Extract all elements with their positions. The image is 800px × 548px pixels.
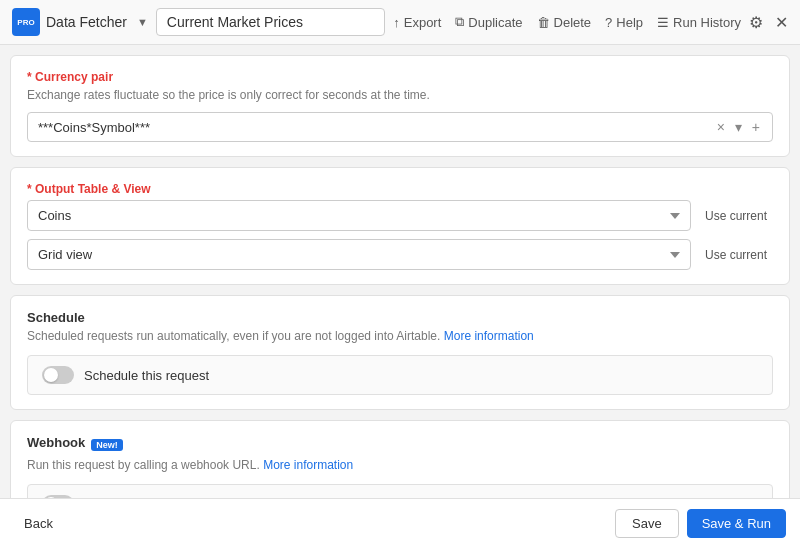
add-currency-icon[interactable]: + <box>750 119 762 135</box>
output-section: Output Table & View Coins Use current Gr… <box>10 167 790 285</box>
duplicate-label: Duplicate <box>468 15 522 30</box>
webhook-toggle-row: Turn on webhook for request <box>27 484 773 498</box>
currency-pair-section: Currency pair Exchange rates fluctuate s… <box>10 55 790 157</box>
schedule-desc: Scheduled requests run automatically, ev… <box>27 329 773 343</box>
webhook-more-info-link[interactable]: More information <box>263 458 353 472</box>
save-button[interactable]: Save <box>615 509 679 538</box>
schedule-section: Schedule Scheduled requests run automati… <box>10 295 790 410</box>
schedule-more-info-link[interactable]: More information <box>444 329 534 343</box>
help-label: Help <box>616 15 643 30</box>
webhook-title: Webhook <box>27 435 85 450</box>
webhook-toggle[interactable] <box>42 495 74 498</box>
back-button[interactable]: Back <box>14 510 63 537</box>
export-label: Export <box>404 15 442 30</box>
export-action[interactable]: ↑ Export <box>393 15 441 30</box>
use-current-table-button[interactable]: Use current <box>699 205 773 227</box>
run-history-label: Run History <box>673 15 741 30</box>
footer-left: Back <box>14 510 63 537</box>
recipe-title-input[interactable] <box>156 8 385 36</box>
app-branding: PRO Data Fetcher ▼ <box>12 8 148 36</box>
top-bar-actions: ↑ Export ⧉ Duplicate 🗑 Delete ? Help ☰ R… <box>393 14 741 30</box>
webhook-new-badge: New! <box>91 439 123 451</box>
duplicate-icon: ⧉ <box>455 14 464 30</box>
app-logo: PRO <box>12 8 40 36</box>
currency-section-label: Currency pair <box>27 70 773 84</box>
schedule-title: Schedule <box>27 310 773 325</box>
run-history-action[interactable]: ☰ Run History <box>657 15 741 30</box>
run-history-icon: ☰ <box>657 15 669 30</box>
table-output-row: Coins Use current <box>27 200 773 231</box>
webhook-title-row: Webhook New! <box>27 435 773 454</box>
schedule-toggle-row: Schedule this request <box>27 355 773 395</box>
app-title: Data Fetcher <box>46 14 127 30</box>
clear-currency-icon[interactable]: × <box>715 119 727 135</box>
help-action[interactable]: ? Help <box>605 15 643 30</box>
app-caret-icon[interactable]: ▼ <box>137 16 148 28</box>
view-select[interactable]: Grid view <box>27 239 691 270</box>
export-icon: ↑ <box>393 15 400 30</box>
help-icon: ? <box>605 15 612 30</box>
save-and-run-button[interactable]: Save & Run <box>687 509 786 538</box>
delete-icon: 🗑 <box>537 15 550 30</box>
webhook-desc: Run this request by calling a webhook UR… <box>27 458 773 472</box>
dropdown-currency-icon[interactable]: ▾ <box>733 119 744 135</box>
top-bar: PRO Data Fetcher ▼ ↑ Export ⧉ Duplicate … <box>0 0 800 45</box>
webhook-section: Webhook New! Run this request by calling… <box>10 420 790 498</box>
footer: Back Save Save & Run <box>0 498 800 548</box>
use-current-view-button[interactable]: Use current <box>699 244 773 266</box>
main-content: Currency pair Exchange rates fluctuate s… <box>0 45 800 498</box>
footer-right: Save Save & Run <box>615 509 786 538</box>
duplicate-action[interactable]: ⧉ Duplicate <box>455 14 522 30</box>
currency-section-hint: Exchange rates fluctuate so the price is… <box>27 88 773 102</box>
pro-label: PRO <box>17 18 34 27</box>
schedule-desc-text: Scheduled requests run automatically, ev… <box>27 329 440 343</box>
schedule-toggle-label: Schedule this request <box>84 368 209 383</box>
currency-field-value: ***Coins*Symbol*** <box>38 120 709 135</box>
schedule-toggle[interactable] <box>42 366 74 384</box>
table-select[interactable]: Coins <box>27 200 691 231</box>
currency-field: ***Coins*Symbol*** × ▾ + <box>27 112 773 142</box>
output-section-label: Output Table & View <box>27 182 773 196</box>
webhook-desc-text: Run this request by calling a webhook UR… <box>27 458 260 472</box>
delete-label: Delete <box>554 15 592 30</box>
delete-action[interactable]: 🗑 Delete <box>537 15 592 30</box>
view-output-row: Grid view Use current <box>27 239 773 270</box>
close-icon[interactable]: ✕ <box>775 13 788 32</box>
gear-icon[interactable]: ⚙ <box>749 13 763 32</box>
